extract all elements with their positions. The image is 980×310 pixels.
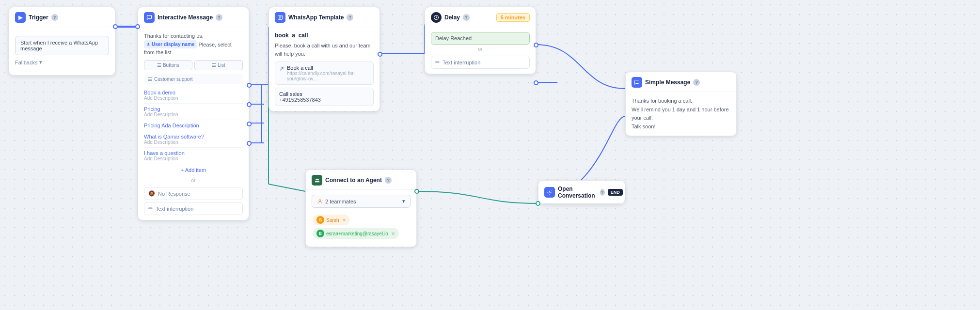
simple-icon — [632, 77, 642, 88]
simple-header: Simple Message ? — [626, 72, 736, 92]
fallbacks-label: Fallbacks — [15, 60, 37, 65]
text-interruption-option-interactive[interactable]: ✏ Text interruption — [144, 202, 243, 215]
interactive-or-divider: or — [144, 176, 243, 185]
svg-point-19 — [319, 200, 321, 202]
trigger-title: Trigger — [29, 14, 48, 21]
link-ext-icon: ↗ — [279, 65, 284, 72]
delay-title: Delay — [444, 14, 460, 21]
menu-item-qamar[interactable]: What is Qamar software? Add Description — [144, 131, 243, 148]
interactive-title: Interactive Message — [158, 14, 213, 21]
template-body: Please, book a call with us and our team… — [275, 42, 374, 58]
user-display-tag: User display name — [144, 40, 197, 48]
open-conversation-node: Open Conversation ? END — [538, 180, 625, 204]
text-interruption-icon: ✏ — [148, 205, 153, 212]
delay-text-interruption-option[interactable]: ✏ Text interruption — [431, 56, 530, 69]
simple-info-icon[interactable]: ? — [693, 79, 700, 86]
open-conv-header: Open Conversation ? END — [538, 181, 625, 203]
link-url: https://calendly.com/rasayel-for-you/gro… — [287, 71, 369, 81]
interactive-info-icon[interactable]: ? — [216, 14, 222, 21]
menu-item-pricing-ada[interactable]: Pricing Ada Description — [144, 120, 243, 131]
sarah-avatar: S — [316, 216, 324, 224]
no-response-icon: 🔕 — [148, 190, 155, 197]
connect-to-agent-node: Connect to an Agent ? 2 teammates ▾ S Sa… — [305, 170, 417, 247]
interactive-message-node: Interactive Message ? Thanks for contact… — [138, 7, 249, 220]
delay-text-int-icon: ✏ — [435, 59, 440, 65]
whatsapp-title: WhatsApp Template — [288, 14, 344, 21]
tabs-row: ☰ Buttons ☰ List — [144, 60, 243, 70]
trigger-output-port — [113, 24, 118, 29]
simple-title: Simple Message — [645, 79, 690, 86]
phone-item[interactable]: Call sales +4915258537843 — [275, 88, 374, 106]
simple-body: Thanks for booking a call.We'll remind y… — [632, 97, 730, 131]
trigger-header: ▶ Trigger ? — [9, 7, 115, 27]
sarah-chip[interactable]: S Sarah ✕ — [313, 215, 350, 225]
agent-header: Connect to an Agent ? — [306, 170, 416, 190]
phone-label: Call sales — [279, 91, 369, 97]
trigger-info-icon[interactable]: ? — [51, 14, 58, 21]
agent-title: Connect to an Agent — [325, 177, 382, 184]
teammates-select[interactable]: 2 teammates ▾ — [312, 195, 411, 208]
buttons-tab[interactable]: ☰ Buttons — [144, 60, 192, 70]
interactive-icon — [144, 12, 155, 23]
teammates-chevron-icon: ▾ — [402, 198, 405, 204]
menu-item-question[interactable]: I have a question Add Description — [144, 148, 243, 164]
template-link-item[interactable]: ↗ Book a call https://calendly.com/rasay… — [275, 62, 374, 85]
interactive-header: Interactive Message ? — [138, 7, 249, 27]
no-response-option[interactable]: 🔕 No Response — [144, 187, 243, 200]
agent-info-icon[interactable]: ? — [385, 177, 392, 184]
whatsapp-template-node: WhatsApp Template ? book_a_call Please, … — [269, 7, 380, 111]
delay-or-divider: or — [431, 45, 530, 54]
menu-item-1-port — [247, 83, 252, 88]
fallbacks-chevron-icon: ▾ — [39, 59, 42, 65]
esraa-chip[interactable]: E esraa+marketing@rasayel.io ✕ — [313, 228, 399, 239]
delay-badge: 5 minutes — [496, 13, 530, 22]
section-label: ☰ Customer support — [144, 74, 243, 84]
menu-item-2-port — [247, 102, 252, 107]
end-badge: END — [608, 189, 623, 196]
delay-reached-option[interactable]: Delay Reached — [431, 32, 530, 45]
delay-icon — [431, 12, 442, 23]
whatsapp-output-port — [378, 52, 382, 57]
trigger-input-value: Start when I receive a WhatsApp message — [15, 36, 109, 55]
esraa-avatar: E — [316, 230, 324, 237]
whatsapp-info-icon[interactable]: ? — [347, 14, 353, 21]
whatsapp-icon — [275, 12, 285, 23]
workflow-canvas: ▶ Trigger ? Start when I receive a Whats… — [0, 0, 980, 310]
svg-point-20 — [549, 192, 551, 193]
open-conv-info-icon[interactable]: ? — [600, 189, 605, 196]
whatsapp-header: WhatsApp Template ? — [269, 7, 379, 27]
delay-header: Delay ? 5 minutes — [425, 7, 536, 27]
list-tab[interactable]: ☰ List — [194, 60, 243, 70]
svg-point-17 — [316, 178, 317, 180]
menu-item-book-demo[interactable]: Book a demo Add Description — [144, 87, 243, 104]
agent-icon — [312, 175, 322, 186]
agent-output-port — [414, 189, 419, 194]
phone-number: +4915258537843 — [279, 97, 369, 103]
menu-item-pricing[interactable]: Pricing Add Description — [144, 104, 243, 120]
menu-item-3-port — [247, 122, 252, 126]
trigger-icon: ▶ — [15, 12, 26, 23]
delay-node: Delay ? 5 minutes Delay Reached or ✏ Tex… — [425, 7, 536, 74]
add-item-button[interactable]: + Add item — [144, 164, 243, 176]
interactive-body: Thanks for contacting us, User display n… — [144, 32, 243, 56]
esraa-remove-button[interactable]: ✕ — [391, 231, 395, 236]
agents-chips: S Sarah ✕ E esraa+marketing@rasayel.io ✕ — [312, 212, 411, 242]
svg-line-7 — [269, 184, 305, 191]
delay-reached-port — [534, 43, 538, 47]
fallbacks-button[interactable]: Fallbacks ▾ — [15, 59, 109, 65]
template-name: book_a_call — [275, 32, 374, 39]
trigger-node: ▶ Trigger ? Start when I receive a Whats… — [9, 7, 115, 76]
menu-item-4-port — [247, 141, 252, 146]
delay-text-int-port — [534, 80, 538, 85]
link-title: Book a call — [287, 65, 369, 71]
sarah-remove-button[interactable]: ✕ — [342, 217, 346, 223]
open-conv-input-port — [536, 201, 540, 206]
interactive-input-port — [135, 24, 140, 29]
open-conv-icon — [544, 187, 555, 198]
delay-info-icon[interactable]: ? — [463, 14, 470, 21]
svg-point-18 — [317, 178, 318, 180]
simple-message-node: Simple Message ? Thanks for booking a ca… — [625, 72, 737, 136]
svg-point-11 — [148, 43, 149, 44]
open-conv-title: Open Conversation — [558, 186, 597, 199]
